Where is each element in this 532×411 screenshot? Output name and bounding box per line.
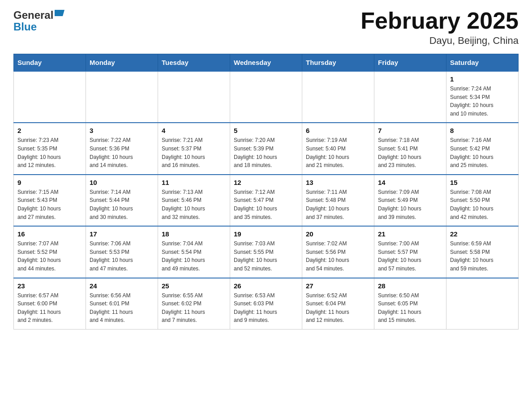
calendar-cell: 26Sunrise: 6:53 AMSunset: 6:03 PMDayligh… [230,278,302,330]
calendar-cell: 28Sunrise: 6:50 AMSunset: 6:05 PMDayligh… [374,278,446,330]
calendar-cell: 12Sunrise: 7:12 AMSunset: 5:47 PMDayligh… [230,175,302,226]
day-number: 16 [17,230,82,238]
day-info: Sunrise: 7:20 AMSunset: 5:39 PMDaylight:… [234,136,298,169]
day-info: Sunrise: 7:02 AMSunset: 5:56 PMDaylight:… [306,240,370,273]
day-number: 1 [450,75,515,83]
day-number: 11 [162,179,226,186]
calendar-cell: 1Sunrise: 7:24 AMSunset: 5:34 PMDaylight… [446,71,519,123]
calendar-cell: 9Sunrise: 7:15 AMSunset: 5:43 PMDaylight… [14,175,86,226]
day-info: Sunrise: 7:16 AMSunset: 5:42 PMDaylight:… [450,136,515,169]
weekday-header-friday: Friday [374,54,446,72]
svg-marker-0 [55,10,63,16]
day-info: Sunrise: 6:55 AMSunset: 6:02 PMDaylight:… [162,291,226,325]
day-number: 3 [90,127,154,134]
day-number: 27 [306,282,370,290]
weekday-header-saturday: Saturday [446,54,519,72]
calendar-cell: 4Sunrise: 7:21 AMSunset: 5:37 PMDaylight… [158,123,230,174]
day-number: 26 [234,282,298,290]
day-info: Sunrise: 7:14 AMSunset: 5:44 PMDaylight:… [90,188,154,221]
day-number: 14 [378,179,442,186]
calendar-cell: 24Sunrise: 6:56 AMSunset: 6:01 PMDayligh… [86,278,158,330]
day-number: 7 [378,127,442,134]
calendar-cell: 3Sunrise: 7:22 AMSunset: 5:36 PMDaylight… [86,123,158,174]
calendar-cell: 16Sunrise: 7:07 AMSunset: 5:52 PMDayligh… [14,226,86,278]
calendar-cell [230,71,302,123]
weekday-header-wednesday: Wednesday [230,54,302,72]
calendar-cell: 6Sunrise: 7:19 AMSunset: 5:40 PMDaylight… [302,123,374,174]
day-number: 8 [450,127,515,134]
calendar-cell [14,71,86,123]
day-info: Sunrise: 7:13 AMSunset: 5:46 PMDaylight:… [162,188,226,221]
calendar-week-3: 9Sunrise: 7:15 AMSunset: 5:43 PMDaylight… [14,175,519,226]
day-number: 24 [90,282,154,290]
calendar-cell: 20Sunrise: 7:02 AMSunset: 5:56 PMDayligh… [302,226,374,278]
logo: General Blue [13,9,64,33]
logo-blue-text: Blue [13,21,37,33]
logo-general-text: General [13,9,53,21]
day-info: Sunrise: 7:22 AMSunset: 5:36 PMDaylight:… [90,136,154,169]
calendar-cell: 22Sunrise: 6:59 AMSunset: 5:58 PMDayligh… [446,226,519,278]
calendar-cell [86,71,158,123]
calendar-cell [158,71,230,123]
calendar-cell: 2Sunrise: 7:23 AMSunset: 5:35 PMDaylight… [14,123,86,174]
day-number: 2 [17,127,82,134]
calendar-cell: 7Sunrise: 7:18 AMSunset: 5:41 PMDaylight… [374,123,446,174]
day-info: Sunrise: 7:00 AMSunset: 5:57 PMDaylight:… [378,240,442,273]
day-info: Sunrise: 7:09 AMSunset: 5:49 PMDaylight:… [378,188,442,221]
calendar-cell: 23Sunrise: 6:57 AMSunset: 6:00 PMDayligh… [14,278,86,330]
calendar-cell: 17Sunrise: 7:06 AMSunset: 5:53 PMDayligh… [86,226,158,278]
day-number: 28 [378,282,442,290]
day-info: Sunrise: 7:08 AMSunset: 5:50 PMDaylight:… [450,188,515,221]
calendar-title: February 2025 [360,9,519,32]
calendar-week-5: 23Sunrise: 6:57 AMSunset: 6:00 PMDayligh… [14,278,519,330]
day-info: Sunrise: 6:59 AMSunset: 5:58 PMDaylight:… [450,240,515,273]
day-number: 18 [162,230,226,238]
day-number: 25 [162,282,226,290]
day-number: 22 [450,230,515,238]
calendar-cell [302,71,374,123]
svg-marker-1 [63,10,64,16]
day-info: Sunrise: 7:03 AMSunset: 5:55 PMDaylight:… [234,240,298,273]
logo-flag-icon [55,10,64,21]
day-number: 19 [234,230,298,238]
weekday-header-tuesday: Tuesday [158,54,230,72]
calendar-cell: 27Sunrise: 6:52 AMSunset: 6:04 PMDayligh… [302,278,374,330]
calendar-cell [374,71,446,123]
weekday-header-thursday: Thursday [302,54,374,72]
day-info: Sunrise: 7:04 AMSunset: 5:54 PMDaylight:… [162,240,226,273]
weekday-header-monday: Monday [86,54,158,72]
calendar-cell [446,278,519,330]
day-number: 23 [17,282,82,290]
day-number: 5 [234,127,298,134]
day-info: Sunrise: 7:24 AMSunset: 5:34 PMDaylight:… [450,85,515,118]
day-number: 12 [234,179,298,186]
day-info: Sunrise: 7:07 AMSunset: 5:52 PMDaylight:… [17,240,82,273]
title-section: February 2025 Dayu, Beijing, China [360,9,519,47]
day-info: Sunrise: 7:15 AMSunset: 5:43 PMDaylight:… [17,188,82,221]
day-number: 10 [90,179,154,186]
calendar-table: SundayMondayTuesdayWednesdayThursdayFrid… [13,54,519,330]
day-info: Sunrise: 6:56 AMSunset: 6:01 PMDaylight:… [90,291,154,325]
day-number: 13 [306,179,370,186]
day-info: Sunrise: 6:50 AMSunset: 6:05 PMDaylight:… [378,291,442,325]
day-info: Sunrise: 6:52 AMSunset: 6:04 PMDaylight:… [306,291,370,325]
page-header: General Blue February 2025 Dayu, Beijing… [13,9,519,47]
calendar-cell: 8Sunrise: 7:16 AMSunset: 5:42 PMDaylight… [446,123,519,174]
weekday-header-row: SundayMondayTuesdayWednesdayThursdayFrid… [14,54,519,72]
calendar-week-1: 1Sunrise: 7:24 AMSunset: 5:34 PMDaylight… [14,71,519,123]
day-number: 9 [17,179,82,186]
day-number: 17 [90,230,154,238]
calendar-cell: 14Sunrise: 7:09 AMSunset: 5:49 PMDayligh… [374,175,446,226]
calendar-cell: 10Sunrise: 7:14 AMSunset: 5:44 PMDayligh… [86,175,158,226]
calendar-cell: 11Sunrise: 7:13 AMSunset: 5:46 PMDayligh… [158,175,230,226]
day-info: Sunrise: 7:11 AMSunset: 5:48 PMDaylight:… [306,188,370,221]
day-info: Sunrise: 7:18 AMSunset: 5:41 PMDaylight:… [378,136,442,169]
day-number: 15 [450,179,515,186]
day-info: Sunrise: 7:06 AMSunset: 5:53 PMDaylight:… [90,240,154,273]
day-info: Sunrise: 7:23 AMSunset: 5:35 PMDaylight:… [17,136,82,169]
day-number: 6 [306,127,370,134]
calendar-cell: 13Sunrise: 7:11 AMSunset: 5:48 PMDayligh… [302,175,374,226]
calendar-cell: 19Sunrise: 7:03 AMSunset: 5:55 PMDayligh… [230,226,302,278]
calendar-header: SundayMondayTuesdayWednesdayThursdayFrid… [14,54,519,72]
calendar-cell: 21Sunrise: 7:00 AMSunset: 5:57 PMDayligh… [374,226,446,278]
